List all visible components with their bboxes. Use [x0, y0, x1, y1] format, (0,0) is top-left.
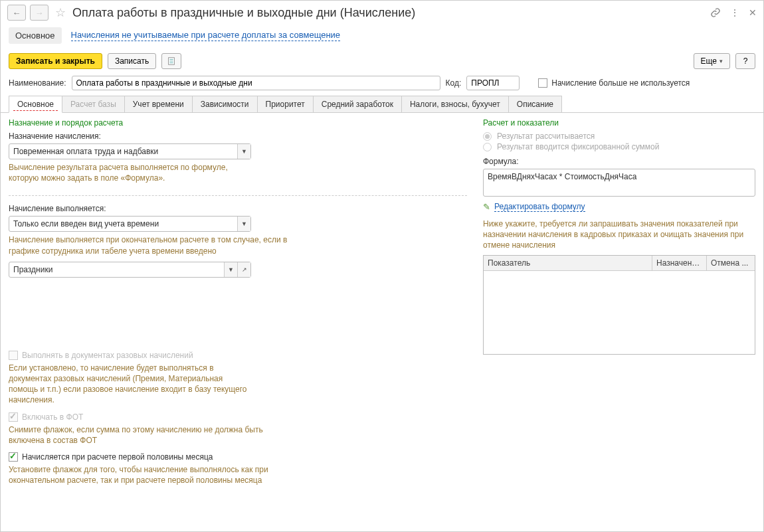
- left-section-title: Назначение и порядок расчета: [9, 118, 467, 128]
- radio-fixed: [483, 143, 492, 151]
- tab-time[interactable]: Учет времени: [124, 96, 193, 112]
- not-used-label: Начисление больше не используется: [551, 78, 690, 88]
- onetime-label: Выполнять в документах разовых начислени…: [22, 351, 193, 360]
- purpose-select[interactable]: Повременная оплата труда и надбавки ▼: [9, 143, 251, 159]
- when-select[interactable]: Только если введен вид учета времени ▼: [9, 216, 251, 232]
- firsthalf-checkbox[interactable]: [9, 452, 18, 462]
- tab-content: Назначение и порядок расчета Назначение …: [1, 113, 763, 531]
- indicators-table[interactable]: Показатель Назначени... Отмена ...: [483, 255, 755, 355]
- not-used-checkbox[interactable]: [538, 78, 547, 88]
- tab-avg[interactable]: Средний заработок: [313, 96, 402, 112]
- fot-hint: Снимите флажок, если сумма по этому начи…: [9, 424, 288, 446]
- col-indicator[interactable]: Показатель: [484, 256, 652, 270]
- tab-deps[interactable]: Зависимости: [192, 96, 258, 112]
- tab-main[interactable]: Основное: [9, 96, 62, 113]
- chevron-down-icon[interactable]: ▼: [237, 144, 250, 159]
- tab-taxes[interactable]: Налоги, взносы, бухучет: [401, 96, 509, 112]
- name-label: Наименование:: [9, 78, 66, 88]
- code-label: Код:: [446, 78, 462, 88]
- tabs: Основное Расчет базы Учет времени Зависи…: [1, 96, 763, 113]
- left-column: Назначение и порядок расчета Назначение …: [9, 118, 467, 523]
- when-label: Начисление выполняется:: [9, 204, 467, 213]
- subnav-link[interactable]: Начисления не учитываемые при расчете до…: [71, 30, 341, 41]
- when-value: Только если введен вид учета времени: [9, 219, 237, 228]
- nav-back-button[interactable]: ←: [7, 5, 26, 21]
- purpose-label: Назначение начисления:: [9, 132, 467, 141]
- radio-calculated: [483, 132, 492, 141]
- purpose-hint: Вычисление результата расчета выполняетс…: [9, 162, 251, 183]
- holidays-value: Праздники: [9, 265, 224, 274]
- favorite-star-icon[interactable]: ☆: [55, 5, 66, 20]
- nav-forward-button[interactable]: →: [30, 5, 48, 21]
- onetime-hint: Если установлено, то начисление будет вы…: [9, 363, 251, 406]
- subnav-main[interactable]: Основное: [9, 27, 62, 44]
- radio-fixed-label: Результат вводится фиксированной суммой: [497, 142, 659, 151]
- col-assign[interactable]: Назначени...: [652, 256, 707, 270]
- toolbar: Записать и закрыть Записать Еще ?: [1, 50, 763, 76]
- radio-calculated-label: Результат рассчитывается: [497, 132, 595, 141]
- edit-formula-link[interactable]: Редактировать формулу: [494, 202, 585, 212]
- name-code-row: Наименование: Код: Начисление больше не …: [1, 76, 763, 96]
- code-input[interactable]: [466, 76, 520, 90]
- titlebar: ← → ☆ Оплата работы в праздничные и выхо…: [1, 1, 763, 27]
- name-input[interactable]: [72, 76, 440, 90]
- tab-priority[interactable]: Приоритет: [257, 96, 314, 112]
- col-cancel[interactable]: Отмена ...: [707, 256, 755, 270]
- tab-base[interactable]: Расчет базы: [62, 96, 125, 112]
- report-button[interactable]: [161, 53, 181, 69]
- firsthalf-label: Начисляется при расчете первой половины …: [22, 452, 213, 462]
- chevron-down-icon[interactable]: ▼: [224, 262, 237, 277]
- link-icon[interactable]: [710, 7, 721, 18]
- formula-box[interactable]: ВремяВДняхЧасах * СтоимостьДняЧаса: [483, 169, 755, 197]
- save-close-button[interactable]: Записать и закрыть: [9, 53, 102, 69]
- right-column: Расчет и показатели Результат рассчитыва…: [483, 118, 755, 523]
- firsthalf-hint: Установите флажок для того, чтобы начисл…: [9, 464, 274, 486]
- table-header: Показатель Назначени... Отмена ...: [484, 256, 755, 271]
- fot-label: Включать в ФОТ: [22, 412, 83, 422]
- when-hint: Начисление выполняется при окончательном…: [9, 234, 288, 256]
- kebab-menu-icon[interactable]: ⋮: [730, 7, 739, 18]
- save-button[interactable]: Записать: [108, 53, 156, 69]
- window: ← → ☆ Оплата работы в праздничные и выхо…: [0, 0, 764, 532]
- document-icon: [167, 56, 176, 66]
- page-title: Оплата работы в праздничные и выходные д…: [72, 6, 706, 20]
- onetime-checkbox: [9, 351, 18, 360]
- formula-label: Формула:: [483, 157, 755, 166]
- purpose-value: Повременная оплата труда и надбавки: [9, 147, 237, 156]
- table-hint: Ниже укажите, требуется ли запрашивать з…: [483, 219, 755, 251]
- chevron-down-icon[interactable]: ▼: [237, 217, 250, 231]
- table-body: [484, 271, 755, 354]
- sub-nav: Основное Начисления не учитываемые при р…: [1, 27, 763, 50]
- tab-desc[interactable]: Описание: [508, 96, 562, 112]
- more-button[interactable]: Еще: [694, 53, 730, 69]
- pencil-icon: ✎: [483, 202, 490, 212]
- separator: [9, 195, 467, 196]
- right-section-title: Расчет и показатели: [483, 118, 755, 128]
- fot-checkbox: [9, 412, 18, 422]
- holidays-select[interactable]: Праздники ▼ ↗: [9, 262, 251, 278]
- close-icon[interactable]: ✕: [749, 7, 757, 18]
- help-button[interactable]: ?: [735, 53, 755, 69]
- open-icon[interactable]: ↗: [237, 262, 250, 277]
